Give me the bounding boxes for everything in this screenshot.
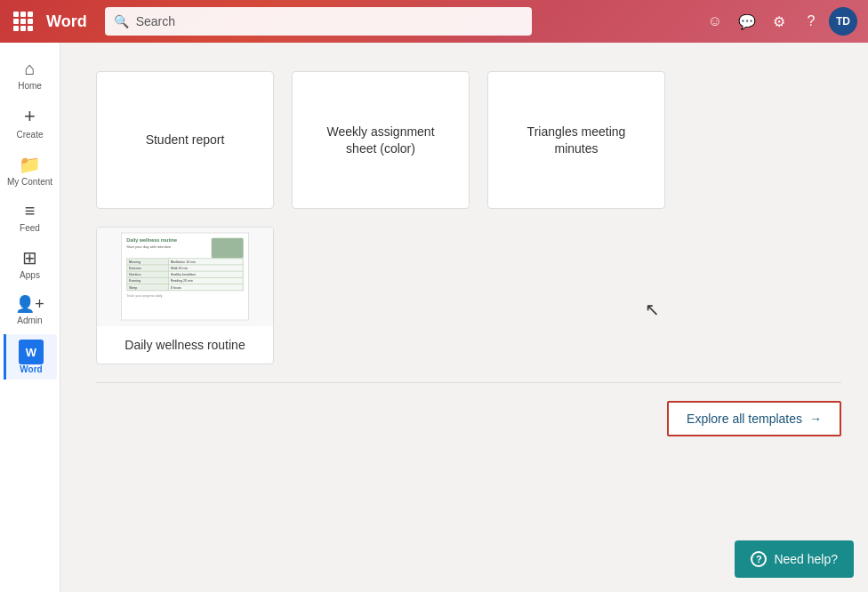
search-input[interactable]: Search [136,14,175,28]
sidebar-item-my-content[interactable]: 📁 My Content [4,148,57,192]
sidebar-item-admin[interactable]: 👤+ Admin [4,289,57,331]
template-card-weekly-assignment[interactable]: Weekly assignment sheet (color) [292,71,470,209]
need-help-button[interactable]: ? Need help? [735,540,854,578]
search-icon: 🔍 [114,14,129,28]
sidebar-item-word[interactable]: W Word [4,334,57,380]
settings-icon: ⚙ [773,13,785,30]
apps-icon: ⊞ [22,247,37,268]
comment-icon-button[interactable]: 💬 [733,7,761,36]
help-icon: ? [808,13,816,29]
topbar: Word 🔍 Search ☺ 💬 ⚙ ? TD [0,0,868,43]
main-content: Student report Weekly assignment sheet (… [60,53,868,592]
sidebar-label-word: Word [20,364,42,374]
template-label-student-report: Student report [132,121,239,158]
settings-icon-button[interactable]: ⚙ [765,7,793,36]
sidebar-item-home[interactable]: ⌂ Home [4,53,57,96]
sidebar-item-feed[interactable]: ≡ Feed [4,196,57,238]
template-label-triangles-meeting: Triangles meeting minutes [502,113,650,166]
template-card-triangles-meeting[interactable]: Triangles meeting minutes [487,71,665,209]
need-help-label: Need help? [774,552,838,566]
need-help-circle-icon: ? [751,551,767,567]
smiley-icon-button[interactable]: ☺ [701,7,729,36]
sidebar-label-home: Home [18,81,42,91]
sidebar-label-admin: Admin [17,316,42,325]
sidebar-label-create: Create [16,130,43,140]
app-logo: Word [46,12,87,31]
word-icon: W [19,340,44,364]
home-icon: ⌂ [24,59,35,79]
sidebar: ⌂ Home + Create 📁 My Content ≡ Feed ⊞ Ap… [0,0,60,592]
sidebar-item-apps[interactable]: ⊞ Apps [4,242,57,285]
search-bar[interactable]: 🔍 Search [105,7,532,36]
sidebar-item-create[interactable]: + Create [4,100,57,145]
comment-icon: 💬 [738,13,756,30]
wellness-document-preview: Daily wellness routine Start your day wi… [121,233,249,321]
template-card-student-report[interactable]: Student report [96,71,274,209]
template-label-weekly-assignment: Weekly assignment sheet (color) [307,113,454,166]
explore-all-templates-label: Explore all templates [687,412,802,426]
feed-icon: ≡ [25,201,36,221]
template-preview-wellness: Daily wellness routine Start your day wi… [97,228,273,326]
user-avatar-button[interactable]: TD [829,7,857,36]
topbar-actions: ☺ 💬 ⚙ ? TD [701,7,857,36]
explore-arrow-icon: → [809,412,822,426]
my-content-icon: 📁 [19,154,41,175]
sidebar-label-feed: Feed [20,223,40,233]
templates-grid: Student report Weekly assignment sheet (… [96,71,841,383]
sidebar-label-apps: Apps [20,270,40,280]
help-icon-button[interactable]: ? [797,7,825,36]
template-label-daily-wellness: Daily wellness routine [110,326,259,364]
template-card-daily-wellness[interactable]: Daily wellness routine Start your day wi… [96,227,274,364]
explore-templates-section: Explore all templates → [96,383,841,454]
create-icon: + [24,105,36,128]
explore-all-templates-button[interactable]: Explore all templates → [667,401,841,436]
smiley-icon: ☺ [708,13,722,29]
waffle-icon [13,12,33,31]
sidebar-label-my-content: My Content [7,177,52,187]
admin-icon: 👤+ [15,294,44,314]
waffle-menu-button[interactable] [11,9,36,34]
